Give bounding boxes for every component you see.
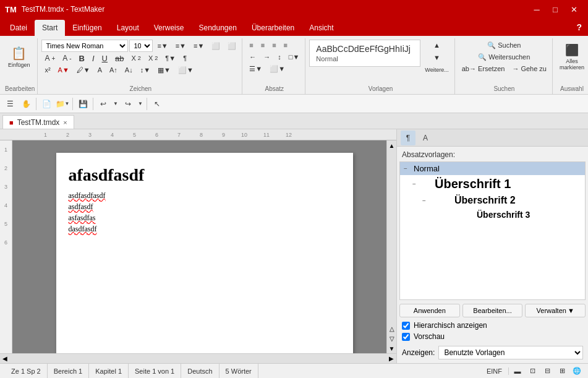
scroll-page-down-button[interactable]: ▽ (387, 333, 397, 343)
indent-decrease-button[interactable]: ← (246, 51, 259, 62)
underline-button[interactable]: U (99, 53, 111, 64)
doc-tab-close-button[interactable]: × (63, 119, 67, 126)
vorlagen-up-button[interactable]: ▲ (422, 40, 451, 51)
alles-markieren-button[interactable]: ⬛ Alles markieren (556, 40, 587, 74)
save-button[interactable]: 💾 (75, 97, 90, 111)
new-doc-button[interactable]: 📄 (39, 97, 54, 111)
outline-button[interactable]: ☰▼ (246, 63, 265, 74)
redo-button[interactable]: ↪ (121, 97, 135, 111)
line-spacing-button[interactable]: ↕ (275, 51, 284, 62)
scroll-right-button[interactable]: ▶ (386, 354, 396, 364)
border2-button[interactable]: ⬜▼ (266, 63, 288, 74)
tab-sendungen[interactable]: Sendungen (191, 20, 244, 36)
bearbeiten-button[interactable]: Bearbeiten... (462, 304, 523, 317)
font-resize-up[interactable]: A+ (41, 53, 58, 64)
align-right-button[interactable]: ⬜ (224, 40, 239, 51)
hamburger-menu-button[interactable]: ☰ (2, 97, 17, 111)
font-size-select[interactable]: 10 (129, 40, 153, 52)
align-left-button[interactable]: ⬜ (208, 40, 223, 51)
scrollbar-h: ◀ ▶ (0, 353, 396, 363)
style-item-h3[interactable]: Überschrift 3 (400, 208, 585, 221)
pointer-button[interactable]: ↖ (150, 97, 164, 111)
bold-button[interactable]: B (76, 53, 88, 64)
close-button[interactable]: ✕ (565, 0, 583, 19)
italic-button[interactable]: I (89, 53, 98, 64)
ersetzen-button[interactable]: ab→ Ersetzen (459, 63, 508, 74)
shrink-button[interactable]: A↓ (122, 64, 136, 75)
highlight-button[interactable]: 🖊▼ (74, 64, 93, 75)
weitersuchen-button[interactable]: 🔍 Weitersuchen (459, 51, 550, 62)
align-right2-button[interactable]: ≡ (269, 40, 279, 51)
view-btn-web[interactable]: 🌐 (571, 365, 583, 377)
hand-tool-button[interactable]: ✋ (19, 97, 33, 111)
paste-button[interactable]: 📋 Einfügen (5, 40, 33, 74)
list2-button[interactable]: ≡▼ (173, 40, 189, 51)
tab-start[interactable]: Start (35, 20, 65, 36)
gehe-zu-button[interactable]: → Gehe zu (509, 63, 550, 74)
tab-ueberarbeiten[interactable]: Überarbeiten (244, 20, 302, 36)
title-bar-left: TM TestTM.tmdx - TextMaker (5, 5, 104, 14)
font-row1: Times New Roman 10 ≡▼ ≡▼ ≡▼ ⬜ ⬜ (41, 40, 239, 52)
hierarchisch-checkbox[interactable] (402, 322, 410, 330)
vorlagen-down-button[interactable]: ▼ (422, 52, 451, 63)
style-item-normal[interactable]: − Normal (400, 162, 585, 175)
suchen-button[interactable]: 🔍 Suchen (459, 40, 550, 51)
indent-button[interactable]: ¶▼ (162, 53, 179, 64)
redo-dropdown-button[interactable]: ▼ (137, 97, 144, 111)
filter-dropdown[interactable]: Benutzte Vorlagen (438, 346, 583, 359)
doc-tab-main[interactable]: ■ TestTM.tmdx × (2, 115, 74, 129)
tab-datei[interactable]: Datei (2, 20, 35, 36)
style-item-h1[interactable]: − Überschrift 1 (400, 175, 585, 193)
minimize-button[interactable]: ─ (527, 0, 546, 19)
enlarge-button[interactable]: A↑ (106, 64, 121, 75)
indent2-button[interactable]: ↕▼ (137, 64, 153, 75)
style-item-h2[interactable]: − Überschrift 2 (400, 193, 585, 208)
indent-increase-button[interactable]: → (260, 51, 273, 62)
view-btn-layout1[interactable]: ⊡ (526, 365, 539, 377)
view-btn-layout3[interactable]: ⊞ (556, 365, 568, 377)
shading-button[interactable]: ⬜▼ (175, 64, 197, 75)
tab-ansicht[interactable]: Ansicht (302, 20, 341, 36)
list-button[interactable]: ≡▼ (154, 40, 171, 51)
justify-button[interactable]: ≡ (281, 40, 291, 51)
char-format-button[interactable]: A (95, 64, 105, 75)
char-style-button[interactable]: A (418, 131, 433, 145)
tab-verweise[interactable]: Verweise (147, 20, 192, 36)
scroll-page-up-button[interactable]: △ (387, 324, 397, 333)
superscript-button[interactable]: X2 (145, 53, 161, 64)
h3-label: Überschrift 3 (445, 210, 530, 220)
view-btn-layout2[interactable]: ⊟ (541, 365, 553, 377)
font-name-select[interactable]: Times New Roman (41, 40, 128, 52)
shading2-button[interactable]: □▼ (286, 51, 303, 62)
subscript-button[interactable]: X2 (128, 53, 143, 64)
undo-dropdown-button[interactable]: ▼ (112, 97, 119, 111)
border-button[interactable]: ▦▼ (155, 64, 174, 75)
scroll-left-button[interactable]: ◀ (0, 354, 10, 364)
font-color-button[interactable]: A▼ (55, 64, 72, 75)
scroll-down-button[interactable]: ▼ (387, 343, 397, 353)
anwenden-button[interactable]: Anwenden (399, 304, 460, 317)
list3-button[interactable]: ≡▼ (190, 40, 207, 51)
vorschau-checkbox[interactable] (402, 333, 410, 341)
font-resize-down[interactable]: A- (59, 53, 74, 64)
scroll-up-button[interactable]: ▲ (387, 140, 397, 150)
align-left2-button[interactable]: ≡ (246, 40, 256, 51)
style-preview[interactable]: AaBbCcDdEeFfGgHhIiJj Normal (309, 40, 420, 67)
open-doc-button[interactable]: 📁 ▼ (55, 97, 70, 111)
superscript2-button[interactable]: x² (41, 64, 53, 75)
undo-button[interactable]: ↩ (96, 97, 111, 111)
doc-scroll-container[interactable]: afasdfasdf asdfasdfasdf asdfasdf asfasdf… (12, 140, 396, 353)
strikethrough-button[interactable]: ab (112, 53, 127, 64)
status-right: EINF ▬ ⊡ ⊟ ⊞ 🌐 (480, 365, 583, 377)
maximize-button[interactable]: □ (546, 0, 565, 19)
help-button[interactable]: ? (570, 22, 588, 32)
tab-einfuegen[interactable]: Einfügen (65, 20, 109, 36)
view-btn-normal[interactable]: ▬ (511, 365, 524, 377)
vorlagen-more-button[interactable]: Weitere... (422, 64, 451, 75)
ruler-horizontal: 1 2 3 4 5 6 7 8 9 10 11 12 (0, 129, 396, 140)
paragraph-mark[interactable]: ¶ (180, 53, 190, 64)
verwalten-button[interactable]: Verwalten ▼ (525, 304, 586, 317)
paragraph-style-button[interactable]: ¶ (401, 131, 415, 145)
align-center-button[interactable]: ≡ (258, 40, 268, 51)
tab-layout[interactable]: Layout (109, 20, 147, 36)
